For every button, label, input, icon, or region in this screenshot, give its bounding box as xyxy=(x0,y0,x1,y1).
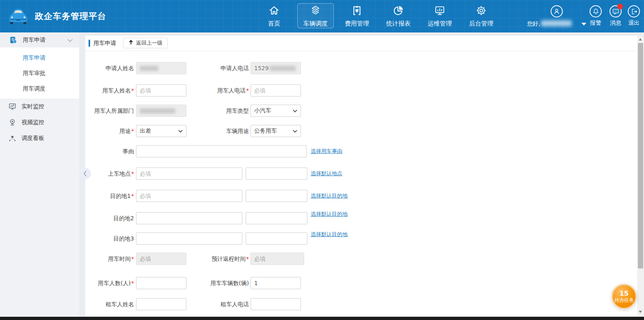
sidebar-item-video-monitor[interactable]: 视频监控 xyxy=(0,114,79,130)
field-label: 预计返程时间* xyxy=(188,253,249,265)
back-button-label: 返回上一级 xyxy=(136,39,162,47)
todo-tasks-badge[interactable]: 15 待办任务 xyxy=(612,284,637,309)
sidebar-item-dispatch-board[interactable]: 调度看板 xyxy=(0,130,79,146)
field-label: 目的地3 xyxy=(85,232,134,245)
renter-name-input[interactable] xyxy=(136,298,186,310)
nav-item-vehicle-dispatch[interactable]: 车辆调度 xyxy=(295,0,336,32)
field-label: 用车人电话* xyxy=(188,84,249,97)
home-icon xyxy=(268,5,280,18)
alarm-bell-icon[interactable] xyxy=(590,5,602,17)
nav-item-expense[interactable]: ¥ 费用管理 xyxy=(336,0,378,32)
monitor-wave-icon xyxy=(8,102,17,111)
sidebar-item-vehicle-dispatch[interactable]: 用车调度 xyxy=(0,81,79,96)
form-row: 用车人数(人)* 用车车辆数(辆) xyxy=(85,277,637,289)
field-label: 用车时间* xyxy=(85,253,134,265)
page: 政企车务管理平台 首页 车辆调度 ¥ 费用管理 xyxy=(0,0,644,320)
pickup-time-input[interactable] xyxy=(136,253,186,265)
vehicle-usage-select[interactable]: 公务用车 xyxy=(251,125,301,137)
user-area: 您好, 报警 消息 退出 xyxy=(520,0,644,32)
sidebar-item-label: 调度看板 xyxy=(22,135,44,142)
sidebar: 用车申请 用车申请 用车审批 用车调度 实时监控 视频监控 调度 xyxy=(0,32,79,317)
nav-item-ops[interactable]: 运维管理 xyxy=(419,0,460,32)
destination1-input[interactable] xyxy=(136,190,242,202)
pickup-location-detail-input[interactable] xyxy=(246,168,307,180)
app-logo-car-icon xyxy=(6,6,30,26)
department-field xyxy=(136,105,186,117)
user-phone-input[interactable] xyxy=(251,84,301,97)
field-label: 用途* xyxy=(85,125,134,137)
select-reason-link[interactable]: 选择用车事由 xyxy=(311,145,342,157)
form-row: 用途* 出差 车辆用途 公务用车 xyxy=(85,125,637,137)
renter-phone-input[interactable] xyxy=(251,298,301,310)
monitor-stats-icon xyxy=(434,5,445,18)
unread-messages-dot xyxy=(617,4,623,9)
expense-yen-icon: ¥ xyxy=(351,5,363,18)
nav-item-home[interactable]: 首页 xyxy=(253,0,295,32)
messages-chat-icon[interactable] xyxy=(609,5,622,17)
vehicle-count-input[interactable] xyxy=(251,277,301,289)
select-default-destination-link[interactable]: 选择默认目的地 xyxy=(311,190,348,202)
sidebar-group-vehicle-application[interactable]: 用车申请 xyxy=(0,32,79,47)
field-label: 用车人姓名* xyxy=(85,84,134,97)
sidebar-item-label: 视频监控 xyxy=(22,119,44,126)
sidebar-collapse-handle[interactable] xyxy=(79,168,91,180)
nav-item-reports[interactable]: 统计报表 xyxy=(378,0,419,32)
masked-value xyxy=(140,108,175,114)
nav-label: 车辆调度 xyxy=(303,20,328,28)
user-name-input[interactable] xyxy=(136,84,186,97)
logout-icon[interactable] xyxy=(628,5,640,17)
field-label: 用车类型 xyxy=(188,105,249,117)
pickup-location-input[interactable] xyxy=(136,168,242,180)
nav-label: 首页 xyxy=(268,20,280,28)
window-bottom-edge xyxy=(0,317,644,320)
nav-item-admin[interactable]: 后台管理 xyxy=(460,0,502,32)
main-content: 用车申请 返回上一级 申请人姓名 申请人电话 1529 用车人姓名* 用车人电话… xyxy=(85,36,637,316)
field-label: 申请人电话 xyxy=(188,62,249,74)
scroll-down-arrow[interactable] xyxy=(639,311,642,313)
sidebar-item-vehicle-application[interactable]: 用车申请 xyxy=(0,50,79,65)
destination2-detail-input[interactable] xyxy=(246,212,307,224)
destination2-input[interactable] xyxy=(136,212,242,224)
destination3-input[interactable] xyxy=(136,232,242,245)
destination3-detail-input[interactable] xyxy=(246,232,307,245)
top-nav: 首页 车辆调度 ¥ 费用管理 统计报表 xyxy=(253,0,502,32)
chevron-down-icon xyxy=(178,130,183,133)
field-label: 租车人电话 xyxy=(188,298,249,310)
select-default-destination-link[interactable]: 选择默认目的地 xyxy=(311,210,348,218)
app-title: 政企车务管理平台 xyxy=(35,11,106,22)
vehicle-type-select[interactable]: 小汽车 xyxy=(251,105,301,117)
application-form-icon xyxy=(9,36,17,44)
greeting-text: 您好, xyxy=(527,20,540,28)
field-label: 目的地2 xyxy=(85,212,134,224)
gear-icon xyxy=(475,5,487,18)
chevron-down-icon xyxy=(67,37,73,43)
masked-value xyxy=(270,66,296,71)
logout-label[interactable]: 退出 xyxy=(622,19,644,27)
sidebar-item-label: 实时监控 xyxy=(22,103,44,110)
select-default-location-link[interactable]: 选择默认地点 xyxy=(311,168,342,180)
back-button[interactable]: 返回上一级 xyxy=(123,38,168,48)
avatar[interactable] xyxy=(551,5,563,17)
purpose-select[interactable]: 出差 xyxy=(136,125,186,137)
people-count-input[interactable] xyxy=(136,277,186,289)
field-label: 用车车辆数(辆) xyxy=(188,277,249,289)
return-time-input[interactable] xyxy=(251,253,304,265)
vertical-scrollbar[interactable] xyxy=(637,36,644,316)
nav-label: 统计报表 xyxy=(386,20,411,28)
field-label: 目的地1* xyxy=(85,190,134,202)
dispatch-hub-icon xyxy=(8,134,17,142)
arrow-up-icon xyxy=(128,40,134,46)
applicant-phone-field: 1529 xyxy=(251,62,301,74)
scroll-up-arrow[interactable] xyxy=(639,38,642,41)
sidebar-item-vehicle-approval[interactable]: 用车审批 xyxy=(0,65,79,81)
scrollbar-thumb[interactable] xyxy=(638,43,643,268)
form-row: 目的地1* 选择默认目的地 xyxy=(85,190,637,202)
form-row: 目的地2 选择默认目的地 xyxy=(85,212,637,224)
field-label: 用车人所属部门 xyxy=(85,105,134,117)
destination1-detail-input[interactable] xyxy=(246,190,307,202)
applicant-name-field xyxy=(136,62,186,74)
sidebar-item-realtime-monitor[interactable]: 实时监控 xyxy=(0,99,79,114)
select-default-destination-link[interactable]: 选择默认目的地 xyxy=(311,231,348,238)
chevron-down-icon xyxy=(293,110,297,112)
reason-input[interactable] xyxy=(136,145,307,157)
